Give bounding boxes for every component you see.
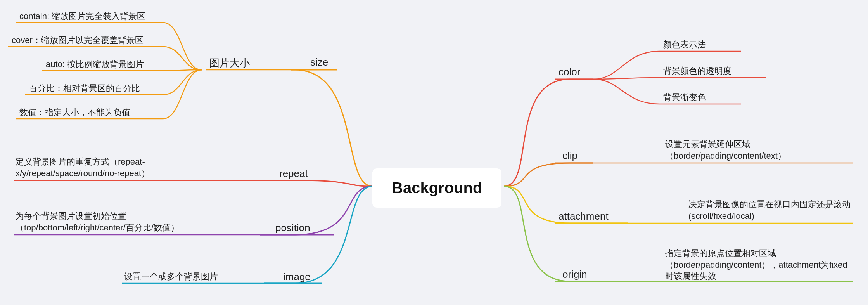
leaf-repeat-detail[interactable]: 定义背景图片的重复方式（repeat-x/y/repeat/space/roun… xyxy=(16,156,225,179)
leaf-size-number[interactable]: 数值：指定大小，不能为负值 xyxy=(19,107,130,118)
leaf-size-auto[interactable]: auto: 按比例缩放背景图片 xyxy=(46,59,144,70)
center-label: Background xyxy=(392,179,482,196)
topic-origin[interactable]: origin xyxy=(562,268,587,281)
topic-attachment[interactable]: attachment xyxy=(558,210,609,223)
topic-size-sub[interactable]: 图片大小 xyxy=(209,56,250,70)
leaf-color-gradient[interactable]: 背景渐变色 xyxy=(663,92,706,103)
leaf-size-contain[interactable]: contain: 缩放图片完全装入背景区 xyxy=(19,10,145,22)
topic-position[interactable]: position xyxy=(275,221,310,235)
topic-repeat[interactable]: repeat xyxy=(279,167,308,180)
topic-color[interactable]: color xyxy=(558,65,580,79)
leaf-attachment-detail[interactable]: 决定背景图像的位置在视口内固定还是滚动(scroll/fixed/local) xyxy=(688,199,853,222)
leaf-size-percent[interactable]: 百分比：相对背景区的百分比 xyxy=(29,83,140,94)
leaf-color-notation[interactable]: 颜色表示法 xyxy=(663,39,706,50)
center-topic[interactable]: Background xyxy=(372,168,501,208)
leaf-clip-detail[interactable]: 设置元素背景延伸区域（border/padding/content/text） xyxy=(665,139,851,161)
topic-image[interactable]: image xyxy=(283,270,311,284)
topic-clip[interactable]: clip xyxy=(562,149,578,163)
leaf-color-opacity[interactable]: 背景颜色的透明度 xyxy=(663,65,731,77)
topic-size[interactable]: size xyxy=(310,55,328,69)
leaf-image-detail[interactable]: 设置一个或多个背景图片 xyxy=(124,271,218,282)
leaf-origin-detail[interactable]: 指定背景的原点位置相对区域（border/padding/content），at… xyxy=(665,248,851,282)
leaf-position-detail[interactable]: 为每个背景图片设置初始位置（top/bottom/left/right/cent… xyxy=(16,210,225,233)
leaf-size-cover[interactable]: cover：缩放图片以完全覆盖背景区 xyxy=(12,35,144,46)
